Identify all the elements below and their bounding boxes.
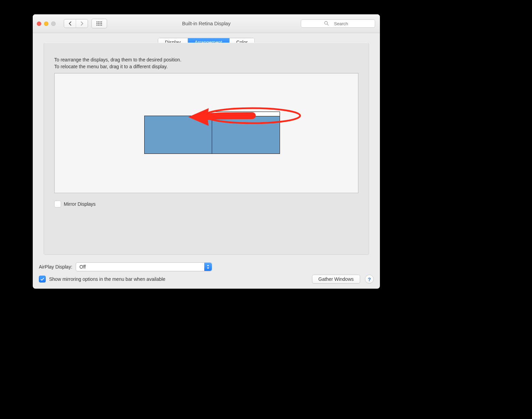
svg-rect-6 — [100, 23, 101, 24]
airplay-label: AirPlay Display: — [39, 264, 72, 270]
mirror-displays-checkbox[interactable] — [54, 201, 61, 207]
svg-rect-2 — [100, 21, 101, 23]
svg-rect-3 — [101, 21, 102, 23]
svg-rect-0 — [97, 21, 98, 23]
svg-rect-9 — [98, 25, 99, 26]
airplay-popup[interactable]: Off — [76, 262, 212, 271]
search-field-wrap — [301, 19, 375, 28]
zoom-window-button[interactable] — [51, 21, 56, 26]
nav-back-forward — [64, 19, 88, 28]
menu-bar-handle[interactable] — [212, 112, 280, 116]
show-mirroring-label: Show mirroring options in the menu bar w… — [49, 276, 165, 282]
prefpane-body: Display Arrangement Color To rearrange t… — [33, 33, 380, 289]
display-2[interactable] — [212, 112, 280, 154]
minimize-window-button[interactable] — [44, 21, 48, 26]
forward-button[interactable] — [76, 19, 88, 28]
close-window-button[interactable] — [37, 21, 41, 26]
svg-line-13 — [327, 24, 328, 25]
help-button[interactable]: ? — [365, 275, 374, 284]
instructions: To rearrange the displays, drag them to … — [54, 56, 358, 70]
chevron-right-icon — [80, 21, 84, 26]
show-mirroring-checkbox[interactable] — [39, 276, 46, 283]
svg-rect-10 — [100, 25, 101, 26]
search-icon — [324, 21, 329, 26]
instruction-line: To relocate the menu bar, drag it to a d… — [54, 63, 358, 70]
grid-icon — [97, 21, 102, 26]
search-input[interactable] — [301, 19, 375, 28]
svg-rect-8 — [97, 25, 98, 26]
arrangement-panel: To rearrange the displays, drag them to … — [44, 43, 369, 255]
mirror-displays-label: Mirror Displays — [64, 201, 95, 207]
svg-rect-5 — [98, 23, 99, 24]
checkmark-icon — [40, 277, 44, 281]
display-1[interactable] — [144, 116, 212, 154]
titlebar: Built-in Retina Display — [33, 14, 380, 33]
svg-rect-7 — [101, 23, 102, 24]
back-button[interactable] — [64, 19, 76, 28]
arrangement-box[interactable] — [54, 73, 358, 193]
window-controls — [37, 21, 56, 26]
svg-rect-11 — [101, 25, 102, 26]
instruction-line: To rearrange the displays, drag them to … — [54, 56, 358, 63]
svg-rect-1 — [98, 21, 99, 23]
airplay-value: Off — [79, 264, 86, 270]
svg-rect-4 — [97, 23, 98, 24]
gather-windows-button[interactable]: Gather Windows — [312, 275, 360, 284]
bottom-controls: AirPlay Display: Off Show mirroring opti… — [39, 259, 374, 284]
mirror-displays-row: Mirror Displays — [54, 201, 358, 207]
chevron-left-icon — [69, 21, 72, 26]
updown-arrows-icon — [204, 263, 212, 271]
show-all-button[interactable] — [91, 19, 107, 28]
system-preferences-window: Built-in Retina Display Display Arrangem… — [33, 14, 380, 289]
